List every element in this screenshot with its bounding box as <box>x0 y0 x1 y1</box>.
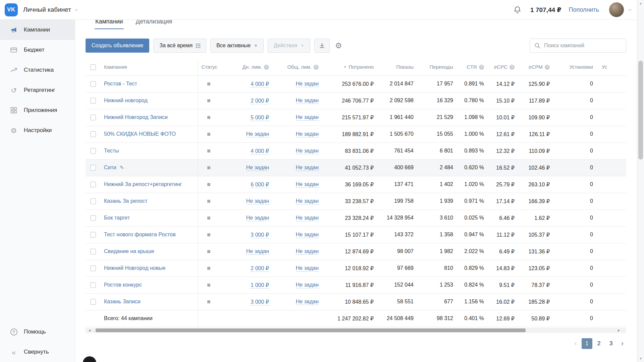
row-checkbox[interactable] <box>90 115 96 120</box>
row-checkbox[interactable] <box>90 215 96 221</box>
total_limit-link[interactable]: Не задан <box>296 232 319 238</box>
info-icon[interactable]: ? <box>509 65 515 70</box>
sidebar-item-retargeting[interactable]: ↺ Ретаргетинг <box>0 80 75 100</box>
total_limit-link[interactable]: Не задан <box>296 131 319 137</box>
day_limit-link[interactable]: 3 000 ₽ <box>251 232 269 238</box>
day_limit-link[interactable]: 6 000 ₽ <box>251 182 269 188</box>
day_limit-link[interactable]: 3 000 ₽ <box>251 299 269 305</box>
vertical-scrollbar[interactable]: ▲ ▼ <box>637 0 644 362</box>
column-header-clicks[interactable]: Переходы <box>419 59 459 75</box>
status-filter-dropdown[interactable]: Все активные ▼ <box>210 39 264 53</box>
campaign-link[interactable]: Нижний Новгород новые <box>104 265 166 271</box>
campaign-link[interactable]: Тест нового формата Ростов <box>104 232 176 237</box>
select-all-checkbox[interactable] <box>90 64 96 70</box>
day_limit-link[interactable]: 4 000 ₽ <box>251 148 269 155</box>
info-icon[interactable]: ? <box>314 65 319 70</box>
total_limit-link[interactable]: Не задан <box>296 98 319 104</box>
day_limit-link[interactable]: 2 000 ₽ <box>251 265 269 272</box>
edit-icon[interactable]: ✎ <box>120 165 124 170</box>
topup-link[interactable]: Пополнить <box>569 6 599 13</box>
page-1[interactable]: 1 <box>582 338 592 349</box>
day_limit-link[interactable]: 2 000 ₽ <box>251 98 269 104</box>
campaign-link[interactable]: Нижний За репост+ретаргетинг <box>104 181 182 187</box>
scroll-down-arrow-icon[interactable]: ▼ <box>637 355 644 362</box>
day_limit-link[interactable]: Не задан <box>246 215 269 221</box>
table-settings-button[interactable]: ⚙ <box>334 42 343 50</box>
day_limit-link[interactable]: Не задан <box>246 165 269 171</box>
actions-dropdown[interactable]: Действия ▼ <box>268 39 310 53</box>
total_limit-link[interactable]: Не задан <box>296 181 319 188</box>
day_limit-link[interactable]: Не задан <box>246 248 269 255</box>
row-checkbox[interactable] <box>90 249 96 254</box>
total_limit-link[interactable]: Не задан <box>296 248 319 255</box>
search-input[interactable] <box>530 39 626 53</box>
campaign-link[interactable]: Ростов - Тест <box>104 81 137 86</box>
total_limit-link[interactable]: Не задан <box>296 148 319 154</box>
sidebar-item-statistics[interactable]: Статистика <box>0 60 75 80</box>
total_limit-link[interactable]: Не задан <box>296 215 319 221</box>
row-checkbox[interactable] <box>90 282 96 288</box>
scroll-right-arrow-icon[interactable]: ► <box>616 328 622 333</box>
campaign-link[interactable]: Нижний Новгород Записи <box>104 114 168 120</box>
export-download-button[interactable] <box>314 39 330 53</box>
profile-menu-chevron-icon[interactable] <box>628 8 632 12</box>
row-checkbox[interactable] <box>90 81 96 87</box>
campaign-link[interactable]: Ростов конкурс <box>104 282 142 288</box>
total_limit-link[interactable]: Не задан <box>296 282 319 288</box>
scroll-up-arrow-icon[interactable]: ▲ <box>637 0 644 7</box>
column-header-impressions[interactable]: Показы <box>379 59 419 75</box>
total_limit-link[interactable]: Не задан <box>296 299 319 305</box>
total_limit-link[interactable]: Не задан <box>296 114 319 121</box>
vk-logo[interactable]: VK <box>5 3 18 16</box>
campaign-link[interactable]: Казань Записи <box>104 299 141 304</box>
prev-page-icon[interactable]: ‹ <box>572 340 579 347</box>
campaign-link[interactable]: Казань За репост <box>104 198 148 204</box>
sidebar-item-budget[interactable]: Бюджет <box>0 40 75 60</box>
sidebar-item-collapse[interactable]: « Свернуть <box>0 342 75 362</box>
cabinet-switcher[interactable]: Личный кабинет <box>23 6 78 13</box>
total_limit-link[interactable]: Не задан <box>296 81 319 87</box>
column-header-total_limit[interactable]: Общ. лим.? <box>274 59 324 75</box>
info-icon[interactable]: ? <box>264 65 269 70</box>
column-header-ctr[interactable]: CTR? <box>459 59 489 75</box>
campaign-link[interactable]: Сити <box>104 165 116 170</box>
column-header-ecpm[interactable]: eCPM? <box>520 59 555 75</box>
campaign-link[interactable]: Свидание на крыше <box>104 248 154 254</box>
column-header-status[interactable]: Статус <box>198 59 221 75</box>
period-picker-button[interactable]: За всё время <box>153 39 206 53</box>
total_limit-link[interactable]: Не задан <box>296 165 319 171</box>
campaign-link[interactable]: 50% СКИДКА НОВЫЕ ФОТО <box>104 131 176 137</box>
column-header-uy[interactable]: Ус <box>598 59 626 75</box>
column-header-spent[interactable]: ▼Потрачено <box>324 59 379 75</box>
next-page-icon[interactable]: › <box>619 340 626 347</box>
total_limit-link[interactable]: Не задан <box>296 198 319 204</box>
column-header-name[interactable]: Кампания <box>101 59 198 75</box>
horizontal-scrollbar[interactable]: ◄ ► <box>86 328 626 333</box>
column-header-ecpc[interactable]: eCPC? <box>489 59 520 75</box>
row-checkbox[interactable] <box>90 198 96 204</box>
notifications-bell-icon[interactable] <box>513 6 522 14</box>
row-checkbox[interactable] <box>90 299 96 305</box>
create-ad-button[interactable]: Создать объявление <box>86 39 149 53</box>
sidebar-item-help[interactable]: ? Помощь <box>0 322 75 342</box>
row-checkbox[interactable] <box>90 131 96 137</box>
campaign-link[interactable]: Тесты <box>104 148 119 154</box>
sidebar-item-campaigns[interactable]: Кампании <box>0 20 75 40</box>
campaign-link[interactable]: Бок таргет <box>104 215 130 221</box>
campaign-link[interactable]: Нижний новгород <box>104 98 148 103</box>
tab-details[interactable]: Детализация <box>135 20 173 29</box>
row-checkbox[interactable] <box>90 98 96 104</box>
row-checkbox[interactable] <box>90 182 96 187</box>
scroll-left-arrow-icon[interactable]: ◄ <box>87 328 92 333</box>
column-header-installs[interactable]: Установки <box>555 59 598 75</box>
day_limit-link[interactable]: 5 000 ₽ <box>251 115 269 121</box>
horizontal-scrollbar-thumb[interactable] <box>96 328 526 332</box>
row-checkbox[interactable] <box>90 148 96 154</box>
info-icon[interactable]: ? <box>479 65 484 70</box>
row-checkbox[interactable] <box>90 265 96 271</box>
column-header-day_limit[interactable]: Дн. лим.? <box>221 59 274 75</box>
total_limit-link[interactable]: Не задан <box>296 265 319 272</box>
sidebar-item-settings[interactable]: ⚙ Настройки <box>0 120 75 140</box>
day_limit-link[interactable]: 1 000 ₽ <box>251 282 269 289</box>
row-checkbox[interactable] <box>90 165 96 171</box>
